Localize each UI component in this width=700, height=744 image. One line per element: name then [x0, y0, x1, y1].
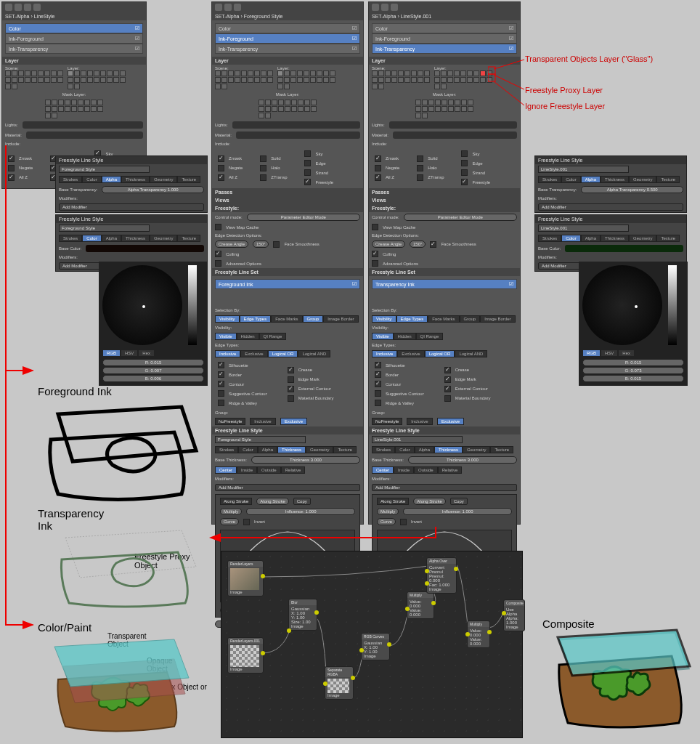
- obj-icon[interactable]: [33, 4, 41, 11]
- layer-ink-tr[interactable]: Ink-Transparency☑: [5, 44, 143, 54]
- annotation-ignore: Ignore Freestyle Layer: [525, 102, 605, 110]
- control-mode[interactable]: Parameter Editor Mode: [247, 214, 360, 221]
- lineset-fg-ink[interactable]: Foreground Ink☑: [215, 279, 360, 289]
- layer-grid[interactable]: [68, 70, 126, 89]
- material-field[interactable]: [26, 132, 143, 139]
- ls-tabs-alpha: Strokes Color Alpha Thickness Geometry T…: [56, 174, 207, 185]
- diagram-composite: [545, 621, 693, 737]
- node-rgbcurve[interactable]: RGB Curves Gaussian X: 1.00 Y: 1.00 Imag…: [361, 633, 390, 660]
- mod-label2: Modifiers:: [59, 255, 78, 259]
- annotation-glass: Transparent Objects Layer ("Glass"): [525, 54, 653, 63]
- layer-ink-fg2[interactable]: Ink-Foreground☑: [215, 33, 360, 44]
- value-slider[interactable]: [188, 265, 197, 345]
- panel-foreground: SET-Alpha › Foreground Style Color☑ Ink-…: [211, 1, 364, 525]
- base-trans-label: Base Transparency:: [59, 187, 97, 192]
- section-passes[interactable]: Passes: [212, 188, 363, 196]
- tab-alpha[interactable]: Alpha: [102, 176, 121, 183]
- node-renderlayers2[interactable]: RenderLayers.001 Image: [227, 637, 264, 674]
- toolbar-1: [2, 2, 146, 12]
- color-picker-panel: RGB HSV Hex R: 0.015 G: 0.007 B: 0.006: [99, 262, 208, 386]
- layer-color[interactable]: Color☑: [5, 23, 143, 33]
- tab-color[interactable]: Color: [82, 176, 101, 183]
- layer-ink-fg[interactable]: Ink-Foreground☑: [5, 33, 143, 44]
- layer-ink-tr2[interactable]: Ink-Transparency☑: [215, 44, 360, 54]
- mask-grid[interactable]: [45, 100, 103, 118]
- node-setalpha[interactable]: Multiply Value: 0.000 Value: 0.000: [407, 591, 434, 619]
- color-picker-panel-r: RGBHSVHex R: 0.015 G: 0.073 B: 0.015: [579, 262, 688, 386]
- color-wheel[interactable]: [102, 265, 182, 345]
- lights-field[interactable]: [23, 121, 143, 129]
- tab-rgb[interactable]: RGB: [102, 349, 121, 357]
- base-trans-field[interactable]: Alpha Transparency 1.000: [102, 186, 204, 193]
- tab-thickness[interactable]: Thickness: [121, 176, 150, 183]
- tab-hsv[interactable]: HSV: [121, 349, 138, 357]
- linestyle-name-alpha[interactable]: [59, 166, 150, 173]
- base-color-label: Base Color:: [59, 246, 81, 251]
- tab-geometry[interactable]: Geometry: [150, 176, 177, 183]
- breadcrumb-text: SET-Alpha › LineStyle: [5, 14, 54, 19]
- scene-grid-fg[interactable]: [215, 70, 273, 89]
- linestyle-name-color[interactable]: [59, 225, 150, 232]
- linestyle-alpha-panel-r: Freestyle Line Style StrokesColorAlphaTh…: [534, 155, 687, 213]
- scene-grid[interactable]: [5, 70, 63, 89]
- material-label: Material:: [5, 133, 22, 137]
- section-freestyle: Freestyle:: [212, 204, 363, 212]
- node-editor[interactable]: RenderLayers Image RenderLayers.001 Imag…: [221, 551, 523, 738]
- tab-thickness2[interactable]: Thickness: [121, 235, 150, 242]
- tab-color2[interactable]: Color: [82, 235, 101, 242]
- mod-label: Modifiers:: [59, 196, 78, 201]
- base-color-swatch[interactable]: [86, 245, 204, 252]
- layer-color-fg[interactable]: Color☑: [215, 23, 360, 33]
- mask-grid-fg[interactable]: [259, 100, 317, 118]
- check-allz[interactable]: [8, 174, 15, 181]
- section-views[interactable]: Views: [212, 196, 363, 204]
- annotation-proxy: Freestyle Proxy Layer: [525, 86, 603, 94]
- fls-name-fg[interactable]: [215, 436, 306, 443]
- section-lineset: Freestyle Line Set: [212, 268, 363, 276]
- tab-alpha2[interactable]: Alpha: [102, 235, 121, 242]
- tab-texture[interactable]: Texture: [177, 176, 200, 183]
- diagram-fg-ink: [36, 392, 211, 509]
- b-field[interactable]: B: 0.006: [102, 375, 204, 382]
- tab-texture2[interactable]: Texture: [177, 235, 200, 242]
- lsp-header-color: Freestyle Line Style: [56, 215, 207, 223]
- node-composite[interactable]: Composite Use Alpha Alpha: 1.000 Image: [503, 599, 525, 631]
- world-icon[interactable]: [24, 4, 31, 11]
- breadcrumb-fg: SET-Alpha › Foreground Style: [215, 14, 282, 19]
- scene-icon[interactable]: [15, 4, 22, 11]
- breadcrumb-1: SET-Alpha › LineStyle: [2, 12, 146, 20]
- tab-strokes[interactable]: Strokes: [59, 176, 82, 183]
- node-blur[interactable]: Blur Gaussian X: 1.00 Y: 1.00 Size: 1.00…: [288, 599, 317, 631]
- scene-layer-row: Scene: Layer:: [2, 65, 146, 91]
- node-renderlayers[interactable]: RenderLayers Image: [227, 560, 264, 597]
- diagram-color-paint: [40, 628, 214, 737]
- diagram-tr-ink: [51, 523, 211, 610]
- lsp-header-alpha: Freestyle Line Style: [56, 156, 207, 164]
- node-alphaover[interactable]: Alpha Over Convert Premul Premul: 0.000 …: [426, 557, 457, 594]
- tab-geometry2[interactable]: Geometry: [150, 235, 177, 242]
- mask-label: Mask Layer:: [62, 92, 86, 97]
- linestyle-alpha-panel: Freestyle Line Style Strokes Color Alpha…: [55, 155, 208, 213]
- check-zmask[interactable]: [8, 155, 15, 162]
- node-math[interactable]: Multiply Value: 0.000 Value: 0.000: [467, 620, 490, 648]
- layer-list-1: Color☑ Ink-Foreground☑ Ink-Transparency☑: [2, 20, 146, 57]
- section-layer: Layer: [2, 57, 146, 65]
- breadcrumb-tr: SET-Alpha › LineStyle.001: [372, 14, 431, 19]
- ls-tabs-color: Strokes Color Alpha Thickness Geometry T…: [56, 233, 207, 243]
- layer-grid-fg[interactable]: [277, 70, 335, 89]
- render-icon[interactable]: [5, 4, 12, 11]
- tab-hex[interactable]: Hex: [138, 349, 155, 357]
- panel-transparency: SET-Alpha › LineStyle.001 Color☑ Ink-For…: [368, 1, 521, 525]
- check-negate[interactable]: [8, 165, 15, 171]
- r-field[interactable]: R: 0.015: [102, 359, 204, 366]
- layer-grid-tr[interactable]: [434, 70, 492, 89]
- lights-label: Lights:: [5, 123, 18, 127]
- g-field[interactable]: G: 0.007: [102, 367, 204, 374]
- tab-strokes2[interactable]: Strokes: [59, 235, 82, 242]
- node-separate[interactable]: Separate RGBA Image: [325, 666, 354, 700]
- add-modifier-btn[interactable]: Add Modifier: [59, 203, 204, 211]
- section-layer-fg: Layer: [212, 57, 363, 65]
- include-label: Include:: [5, 142, 20, 146]
